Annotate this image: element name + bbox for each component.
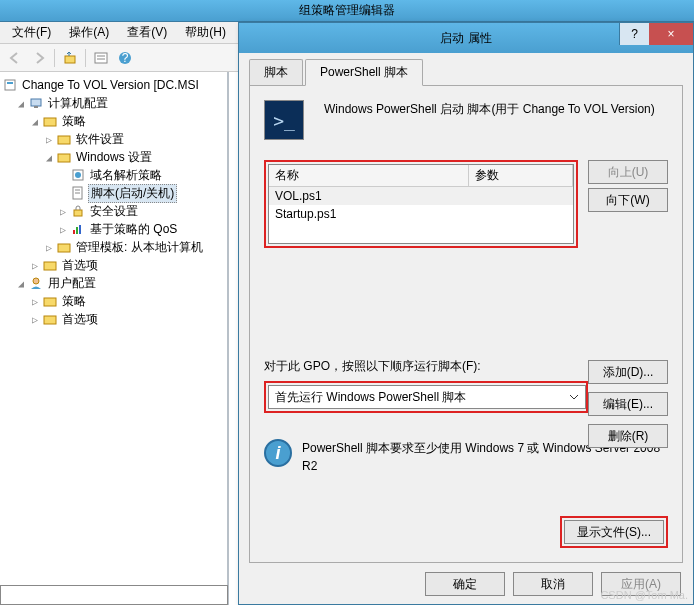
toolbar-forward-button[interactable]: [28, 47, 50, 69]
svg-rect-18: [74, 210, 82, 216]
expander-icon[interactable]: ▷: [42, 134, 56, 145]
user-icon: [28, 275, 44, 291]
folder-icon: [42, 311, 58, 327]
lock-icon: [70, 203, 86, 219]
tab-powershell[interactable]: PowerShell 脚本: [305, 59, 423, 86]
info-icon: i: [264, 439, 292, 467]
svg-rect-19: [73, 230, 75, 234]
list-header: 名称 参数: [269, 165, 573, 187]
svg-rect-11: [58, 136, 70, 144]
tree-scripts[interactable]: 脚本(启动/关机): [2, 184, 225, 202]
toolbar-back-button[interactable]: [4, 47, 26, 69]
toolbar-list-button[interactable]: [90, 47, 112, 69]
dialog-tabs: 脚本 PowerShell 脚本: [249, 59, 683, 86]
menu-file[interactable]: 文件(F): [4, 22, 59, 43]
expander-icon[interactable]: ▷: [56, 206, 70, 217]
toolbar-separator: [54, 49, 55, 67]
svg-point-14: [75, 172, 81, 178]
script-list[interactable]: 名称 参数 VOL.ps1 Startup.ps1: [268, 164, 574, 244]
script-icon: [70, 185, 86, 201]
expander-icon[interactable]: ▷: [28, 296, 42, 307]
svg-rect-26: [44, 316, 56, 324]
menu-view[interactable]: 查看(V): [119, 22, 175, 43]
expander-icon[interactable]: ▷: [28, 260, 42, 271]
tree-preferences[interactable]: ▷ 首选项: [2, 256, 225, 274]
tree-security-settings[interactable]: ▷ 安全设置: [2, 202, 225, 220]
up-button[interactable]: 向上(U): [588, 160, 668, 184]
tree-computer-config[interactable]: ◢ 计算机配置: [2, 94, 225, 112]
expander-icon[interactable]: ◢: [14, 278, 28, 289]
tree-software-settings[interactable]: ▷ 软件设置: [2, 130, 225, 148]
svg-rect-0: [65, 56, 75, 63]
dialog-close-button[interactable]: ×: [649, 23, 693, 45]
svg-rect-21: [79, 225, 81, 234]
policy-icon: [2, 77, 18, 93]
tab-content: >_ Windows PowerShell 启动 脚本(用于 Change To…: [249, 85, 683, 563]
expander-icon[interactable]: ◢: [14, 98, 28, 109]
watermark: CSDN @Tom Ma.: [600, 589, 688, 601]
bottom-strip: [0, 585, 228, 605]
svg-rect-10: [44, 118, 56, 126]
tree-policies[interactable]: ◢ 策略: [2, 112, 225, 130]
folder-icon: [56, 131, 72, 147]
svg-rect-12: [58, 154, 70, 162]
menu-action[interactable]: 操作(A): [61, 22, 117, 43]
tree-user-config[interactable]: ◢ 用户配置: [2, 274, 225, 292]
folder-icon: [42, 293, 58, 309]
folder-icon: [42, 257, 58, 273]
svg-rect-8: [31, 99, 41, 106]
qos-icon: [70, 221, 86, 237]
svg-rect-22: [58, 244, 70, 252]
edit-button[interactable]: 编辑(E)...: [588, 392, 668, 416]
remove-button[interactable]: 删除(R): [588, 424, 668, 448]
add-button[interactable]: 添加(D)...: [588, 360, 668, 384]
column-param[interactable]: 参数: [469, 165, 573, 186]
show-files-button[interactable]: 显示文件(S)...: [564, 520, 664, 544]
expander-icon[interactable]: ◢: [28, 116, 42, 127]
dialog-title: 启动 属性: [440, 30, 491, 47]
dialog-help-button[interactable]: ?: [619, 23, 649, 45]
ok-button[interactable]: 确定: [425, 572, 505, 596]
toolbar-help-button[interactable]: ?: [114, 47, 136, 69]
dialog-titlebar[interactable]: 启动 属性 ? ×: [239, 23, 693, 53]
script-order-combobox[interactable]: 首先运行 Windows PowerShell 脚本: [268, 385, 586, 409]
expander-icon[interactable]: ▷: [28, 314, 42, 325]
toolbar-separator: [85, 49, 86, 67]
menu-help[interactable]: 帮助(H): [177, 22, 234, 43]
tree-pane: Change To VOL Version [DC.MSI ◢ 计算机配置 ◢ …: [0, 72, 229, 605]
combo-value: 首先运行 Windows PowerShell 脚本: [275, 389, 466, 406]
tree-root[interactable]: Change To VOL Version [DC.MSI: [2, 76, 225, 94]
tab-script[interactable]: 脚本: [249, 59, 303, 86]
tree-policies-user[interactable]: ▷ 策略: [2, 292, 225, 310]
svg-rect-9: [34, 106, 38, 108]
toolbar-up-button[interactable]: [59, 47, 81, 69]
svg-text:?: ?: [122, 51, 129, 65]
expander-icon[interactable]: ◢: [42, 152, 56, 163]
svg-rect-1: [95, 53, 107, 63]
tree[interactable]: Change To VOL Version [DC.MSI ◢ 计算机配置 ◢ …: [0, 72, 227, 587]
svg-rect-7: [7, 82, 13, 84]
tree-preferences-user[interactable]: ▷ 首选项: [2, 310, 225, 328]
policy-item-icon: [70, 167, 86, 183]
startup-properties-dialog: 启动 属性 ? × 脚本 PowerShell 脚本 >_ Windows Po…: [238, 22, 694, 605]
cancel-button[interactable]: 取消: [513, 572, 593, 596]
down-button[interactable]: 向下(W): [588, 188, 668, 212]
tree-name-resolution[interactable]: 域名解析策略: [2, 166, 225, 184]
computer-icon: [28, 95, 44, 111]
svg-rect-6: [5, 80, 15, 90]
tree-admin-templates[interactable]: ▷ 管理模板: 从本地计算机: [2, 238, 225, 256]
chevron-down-icon: [569, 392, 579, 402]
list-item[interactable]: Startup.ps1: [269, 205, 573, 223]
folder-icon: [42, 113, 58, 129]
column-name[interactable]: 名称: [269, 165, 469, 186]
tree-qos[interactable]: ▷ 基于策略的 QoS: [2, 220, 225, 238]
expander-icon[interactable]: ▷: [56, 224, 70, 235]
main-window-titlebar: 组策略管理编辑器: [0, 0, 694, 22]
list-item[interactable]: VOL.ps1: [269, 187, 573, 205]
svg-point-24: [33, 278, 39, 284]
folder-icon: [56, 149, 72, 165]
folder-icon: [56, 239, 72, 255]
tree-windows-settings[interactable]: ◢ Windows 设置: [2, 148, 225, 166]
expander-icon[interactable]: ▷: [42, 242, 56, 253]
powershell-icon: >_: [264, 100, 304, 140]
